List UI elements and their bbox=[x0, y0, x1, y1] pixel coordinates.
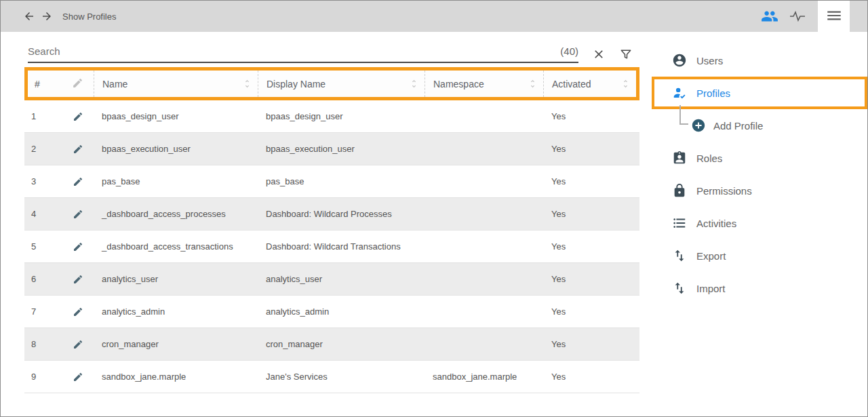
cell-name: analytics_admin bbox=[94, 306, 258, 317]
cell-name: bpaas_execution_user bbox=[94, 144, 258, 154]
edit-profile-button[interactable] bbox=[70, 174, 86, 190]
table-row: 6 analytics_user analytics_user Yes bbox=[24, 263, 639, 296]
row-edit-cell bbox=[62, 369, 94, 385]
edit-profile-button[interactable] bbox=[70, 369, 86, 385]
list-icon bbox=[672, 216, 687, 231]
profile-check-icon bbox=[672, 85, 687, 100]
cell-activated: Yes bbox=[543, 274, 639, 284]
activity-monitor-button[interactable] bbox=[778, 11, 806, 22]
cell-name: pas_base bbox=[94, 176, 258, 186]
column-header-number[interactable]: # bbox=[28, 71, 62, 97]
pencil-icon bbox=[73, 144, 83, 155]
cell-activated: Yes bbox=[543, 209, 639, 219]
sidebar-item-activities[interactable]: Activities bbox=[652, 207, 867, 239]
row-edit-cell bbox=[62, 304, 94, 320]
sidebar-item-profiles[interactable]: Profiles bbox=[652, 77, 867, 109]
close-icon bbox=[592, 47, 606, 61]
cell-name: bpaas_design_user bbox=[94, 111, 258, 121]
edit-profile-button[interactable] bbox=[70, 108, 86, 125]
sort-icon[interactable] bbox=[620, 79, 631, 89]
search-input[interactable] bbox=[28, 45, 555, 57]
column-label: Activated bbox=[552, 79, 591, 90]
cell-name: _dashboard_access_processes bbox=[94, 209, 258, 219]
row-edit-cell bbox=[62, 141, 94, 157]
lock-icon bbox=[672, 183, 687, 198]
forward-button[interactable] bbox=[41, 10, 53, 22]
column-label: Display Name bbox=[267, 79, 326, 90]
main-panel: (40) # bbox=[1, 32, 652, 416]
cell-activated: Yes bbox=[543, 339, 639, 349]
cell-display-name: Jane's Services bbox=[258, 372, 425, 382]
pencil-icon bbox=[73, 339, 83, 350]
pencil-icon bbox=[73, 241, 83, 252]
table-row: 2 bpaas_execution_user bpaas_execution_u… bbox=[24, 133, 639, 165]
sidebar-item-label: Export bbox=[696, 250, 726, 262]
cell-activated: Yes bbox=[543, 144, 639, 154]
sidebar-item-label: Add Profile bbox=[713, 120, 763, 132]
profiles-page: Show Profiles bbox=[0, 0, 868, 417]
row-edit-cell bbox=[62, 336, 94, 353]
users-group-button[interactable] bbox=[761, 7, 778, 25]
edit-profile-button[interactable] bbox=[70, 141, 86, 157]
column-header-activated[interactable]: Activated bbox=[543, 71, 636, 97]
add-circle-icon bbox=[691, 118, 706, 133]
edit-profile-button[interactable] bbox=[70, 304, 86, 320]
edit-profile-button[interactable] bbox=[70, 239, 86, 255]
row-edit-cell bbox=[62, 174, 94, 190]
cell-display-name: bpaas_execution_user bbox=[258, 144, 425, 154]
sort-icon[interactable] bbox=[409, 79, 419, 89]
column-label: Name bbox=[102, 79, 127, 90]
table-header: # Name Display Name bbox=[24, 67, 639, 100]
import-export-icon bbox=[672, 281, 687, 296]
sidebar-item-users[interactable]: Users bbox=[652, 44, 867, 77]
sidebar-item-label: Profiles bbox=[696, 87, 730, 99]
cell-name: _dashboard_access_transactions bbox=[94, 241, 258, 252]
column-header-name[interactable]: Name bbox=[94, 71, 258, 97]
arrow-left-icon bbox=[23, 10, 35, 22]
cell-display-name: Dashboard: Wildcard Transactions bbox=[258, 241, 425, 252]
row-number: 3 bbox=[24, 176, 62, 186]
edit-profile-button[interactable] bbox=[70, 206, 86, 222]
pencil-icon bbox=[72, 77, 83, 91]
import-export-icon bbox=[672, 248, 687, 263]
sidebar-item-add-profile[interactable]: Add Profile bbox=[652, 109, 867, 142]
cell-display-name: cron_manager bbox=[258, 339, 425, 349]
table-row: 3 pas_base pas_base Yes bbox=[24, 165, 639, 198]
clear-search-button[interactable] bbox=[592, 47, 606, 61]
row-number: 4 bbox=[24, 209, 62, 219]
sidebar-item-roles[interactable]: Roles bbox=[652, 142, 867, 174]
sort-icon[interactable] bbox=[528, 79, 538, 89]
edit-profile-button[interactable] bbox=[70, 271, 86, 287]
table-row: 9 sandbox_jane.marple Jane's Services sa… bbox=[24, 361, 639, 393]
badge-icon bbox=[672, 151, 687, 165]
cell-activated: Yes bbox=[543, 241, 639, 252]
cell-display-name: pas_base bbox=[258, 176, 425, 186]
sidebar-item-import[interactable]: Import bbox=[652, 272, 867, 304]
cell-activated: Yes bbox=[543, 176, 639, 186]
table-row: 7 analytics_admin analytics_admin Yes bbox=[24, 296, 639, 328]
hamburger-menu-button[interactable] bbox=[818, 1, 850, 32]
column-header-display-name[interactable]: Display Name bbox=[258, 71, 425, 97]
content: (40) # bbox=[1, 32, 867, 416]
edit-profile-button[interactable] bbox=[70, 336, 86, 353]
topbar: Show Profiles bbox=[1, 1, 867, 32]
search-bar: (40) bbox=[28, 45, 633, 63]
sidebar-item-export[interactable]: Export bbox=[652, 239, 867, 272]
pencil-icon bbox=[73, 209, 83, 220]
back-button[interactable] bbox=[23, 10, 35, 22]
sort-icon[interactable] bbox=[242, 79, 252, 89]
table-row: 5 _dashboard_access_transactions Dashboa… bbox=[24, 231, 639, 263]
cell-display-name: analytics_user bbox=[258, 274, 425, 284]
column-header-namespace[interactable]: Namespace bbox=[425, 71, 543, 97]
filter-button[interactable] bbox=[619, 47, 633, 61]
table-row: 8 cron_manager cron_manager Yes bbox=[24, 328, 639, 361]
profiles-table: # Name Display Name bbox=[24, 67, 639, 393]
cell-namespace: sandbox_jane.marple bbox=[425, 372, 543, 382]
pencil-icon bbox=[73, 306, 83, 317]
sidebar-item-permissions[interactable]: Permissions bbox=[652, 174, 867, 207]
arrow-right-icon bbox=[41, 10, 53, 22]
pencil-icon bbox=[73, 372, 83, 382]
row-number: 7 bbox=[24, 306, 62, 317]
cell-activated: Yes bbox=[543, 372, 639, 382]
row-number: 8 bbox=[24, 339, 62, 349]
